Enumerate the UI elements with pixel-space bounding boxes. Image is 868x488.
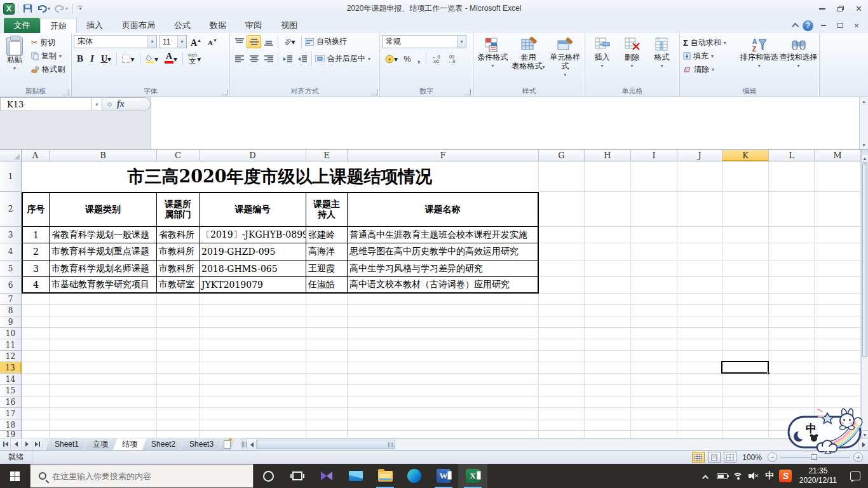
cell[interactable] xyxy=(306,385,348,396)
sogou-tray-icon[interactable]: S xyxy=(778,470,794,482)
action-center-button[interactable] xyxy=(843,471,868,480)
scroll-left-button[interactable] xyxy=(247,439,257,450)
clear-button[interactable]: 清除▾ xyxy=(682,63,739,76)
cell[interactable] xyxy=(585,305,631,316)
cell[interactable] xyxy=(815,305,861,316)
cell[interactable] xyxy=(22,305,50,316)
table-data-cell[interactable]: 高中语文校本教材（古诗词卷）应用研究 xyxy=(348,277,539,294)
row-header-2[interactable]: 2 xyxy=(0,192,22,227)
cell[interactable] xyxy=(677,294,722,305)
cell[interactable] xyxy=(539,431,585,438)
cell[interactable] xyxy=(22,419,50,431)
table-data-cell[interactable]: 市教育科学规划重点课题 xyxy=(50,243,157,261)
cortana-button[interactable] xyxy=(254,464,283,488)
row-header-17[interactable]: 17 xyxy=(0,408,22,419)
taskbar-mail[interactable] xyxy=(341,464,370,488)
format-cells-button[interactable]: 格式▾ xyxy=(647,35,677,86)
table-data-cell[interactable]: 2 xyxy=(22,243,50,261)
font-dialog-launcher[interactable] xyxy=(221,89,227,95)
cell[interactable] xyxy=(769,362,815,374)
workbook-minimize-button[interactable] xyxy=(817,20,830,30)
cell[interactable] xyxy=(50,408,157,419)
cell[interactable] xyxy=(348,374,539,385)
cell[interactable] xyxy=(677,419,722,431)
cell[interactable] xyxy=(815,294,861,305)
cell[interactable] xyxy=(815,227,861,243)
cell[interactable] xyxy=(769,243,815,261)
cell[interactable] xyxy=(348,408,539,419)
cell[interactable] xyxy=(631,339,677,351)
cell[interactable] xyxy=(769,305,815,316)
cell[interactable] xyxy=(585,339,631,351)
table-data-cell[interactable]: 〔2019〕-JKGHYB-0899 xyxy=(200,227,306,243)
cell[interactable] xyxy=(200,431,306,438)
conditional-formatting-button[interactable]: 条件格式▾ xyxy=(475,35,510,86)
cell[interactable] xyxy=(631,161,677,192)
taskbar-file-explorer[interactable] xyxy=(370,464,400,488)
cell[interactable] xyxy=(585,277,631,294)
taskbar-edge[interactable] xyxy=(400,464,429,488)
cell[interactable] xyxy=(722,294,769,305)
cell[interactable] xyxy=(306,408,348,419)
cell[interactable] xyxy=(200,374,306,385)
table-data-cell[interactable]: 任淑皓 xyxy=(306,277,348,294)
row-header-3[interactable]: 3 xyxy=(0,227,22,243)
ime-indicator[interactable]: 中 xyxy=(762,470,778,482)
cell[interactable] xyxy=(348,351,539,362)
borders-button[interactable]: ▾ xyxy=(119,52,138,65)
wrap-text-button[interactable]: 自动换行 xyxy=(304,36,348,48)
row-header-1[interactable]: 1 xyxy=(0,161,22,192)
cell[interactable] xyxy=(50,374,157,385)
name-box-dropdown[interactable]: ▾ xyxy=(92,97,102,111)
italic-button[interactable]: I xyxy=(86,52,98,65)
scroll-up-button[interactable]: ▲ xyxy=(862,154,868,163)
zoom-out-button[interactable]: − xyxy=(768,452,777,462)
row-header-13[interactable]: 13 xyxy=(0,362,22,374)
cell[interactable] xyxy=(348,305,539,316)
font-size-combo[interactable]: 11▾ xyxy=(159,35,187,48)
redo-button[interactable]: ▾ xyxy=(53,3,69,15)
search-input[interactable] xyxy=(52,471,230,481)
align-middle-button[interactable] xyxy=(247,35,261,48)
name-box[interactable]: K13 xyxy=(0,97,92,111)
cell[interactable] xyxy=(585,374,631,385)
table-data-cell[interactable]: 2018-GHMS-065 xyxy=(200,261,306,277)
cell[interactable] xyxy=(50,305,157,316)
column-header-B[interactable]: B xyxy=(50,150,157,161)
shrink-font-button[interactable]: A▼ xyxy=(205,35,220,48)
cell[interactable] xyxy=(631,305,677,316)
cell[interactable] xyxy=(677,396,722,408)
cell[interactable] xyxy=(722,328,769,339)
cell[interactable] xyxy=(50,316,157,328)
start-button[interactable] xyxy=(0,464,30,488)
cell[interactable] xyxy=(631,419,677,431)
cell[interactable] xyxy=(585,161,631,192)
underline-button[interactable]: U▾ xyxy=(98,52,114,65)
cell[interactable] xyxy=(585,362,631,374)
decrease-decimal-button[interactable]: .00→.0 xyxy=(444,52,459,65)
cell[interactable] xyxy=(631,362,677,374)
sheet-tab-4[interactable]: Sheet3 xyxy=(180,438,222,450)
cell[interactable] xyxy=(585,316,631,328)
save-button[interactable] xyxy=(22,3,34,15)
zoom-in-button[interactable]: + xyxy=(853,452,863,462)
sheet-tab-0[interactable]: Sheet1 xyxy=(46,438,88,450)
cell[interactable] xyxy=(539,374,585,385)
cell[interactable] xyxy=(200,339,306,351)
column-header-H[interactable]: H xyxy=(585,150,631,161)
merge-center-button[interactable]: 合并后居中▾ xyxy=(314,53,372,65)
row-header-8[interactable]: 8 xyxy=(0,305,22,316)
sheet-tab-2[interactable]: 结项 xyxy=(113,438,146,450)
cell[interactable] xyxy=(22,351,50,362)
cell[interactable] xyxy=(677,339,722,351)
cell[interactable] xyxy=(769,374,815,385)
cell[interactable] xyxy=(306,316,348,328)
cell[interactable] xyxy=(769,294,815,305)
cell[interactable] xyxy=(815,374,861,385)
align-right-button[interactable] xyxy=(261,52,276,65)
cell[interactable] xyxy=(722,192,769,227)
row-header-6[interactable]: 6 xyxy=(0,277,22,294)
cell[interactable] xyxy=(200,328,306,339)
cell[interactable] xyxy=(50,431,157,438)
cell[interactable] xyxy=(22,385,50,396)
